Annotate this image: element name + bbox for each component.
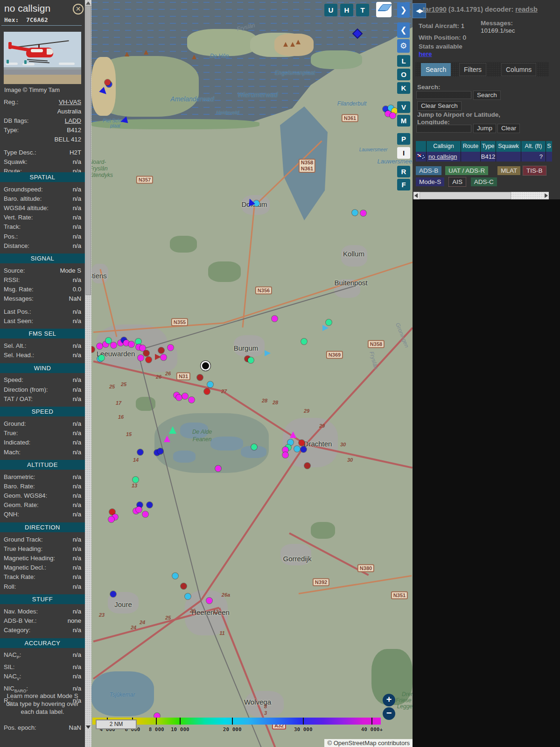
aircraft-marker[interactable] <box>142 511 148 517</box>
column-header[interactable]: Route <box>461 141 480 152</box>
aircraft-marker[interactable] <box>197 374 203 381</box>
aircraft-marker[interactable] <box>189 397 195 403</box>
tab-columns[interactable]: Columns <box>501 63 536 76</box>
zoom-out-button[interactable]: − <box>383 707 395 720</box>
tab-filters[interactable]: Filters <box>459 63 486 76</box>
aircraft-marker[interactable] <box>172 573 178 579</box>
aircraft-marker[interactable] <box>294 446 300 452</box>
jump-input[interactable] <box>416 125 471 133</box>
selected-aircraft-marker[interactable] <box>201 361 210 371</box>
table-horizontal-scrollbar[interactable] <box>413 192 549 199</box>
aircraft-marker[interactable] <box>326 319 332 325</box>
map-button-h[interactable]: H <box>340 4 353 16</box>
aircraft-marker[interactable] <box>105 79 111 85</box>
map-toggle-i[interactable]: I <box>397 147 410 159</box>
map-toggle-l[interactable]: L <box>397 55 410 67</box>
search-button[interactable]: Search <box>473 91 501 100</box>
aircraft-marker[interactable] <box>272 316 278 322</box>
aircraft-marker[interactable] <box>206 598 212 604</box>
aircraft-marker[interactable] <box>158 347 164 353</box>
table-cell[interactable]: no callsign <box>427 152 461 162</box>
column-header[interactable]: S <box>546 141 552 152</box>
filter-chip-ads-c[interactable]: ADS-C <box>471 177 497 186</box>
aircraft-marker[interactable] <box>304 463 310 469</box>
aircraft-marker[interactable] <box>110 591 116 597</box>
aircraft-marker[interactable] <box>215 465 221 472</box>
filter-chip-mlat[interactable]: MLAT <box>497 166 520 175</box>
aircraft-marker[interactable] <box>128 341 134 347</box>
aircraft-marker[interactable] <box>137 449 143 455</box>
aircraft-marker[interactable] <box>108 516 114 522</box>
data-value-link[interactable]: LADD <box>65 117 81 125</box>
filter-chip-ais[interactable]: AIS <box>449 177 466 186</box>
aircraft-marker[interactable] <box>185 593 191 599</box>
map-toggle-f[interactable]: F <box>397 179 410 190</box>
aircraft-marker[interactable] <box>251 444 257 450</box>
aircraft-marker[interactable] <box>97 343 103 349</box>
map-gear-icon[interactable]: ⚙ <box>397 39 410 53</box>
aircraft-marker[interactable] <box>352 210 358 216</box>
map-toggle-r[interactable]: R <box>397 166 410 177</box>
clear-search-button[interactable]: Clear Search <box>417 101 462 111</box>
aircraft-marker[interactable] <box>248 357 254 363</box>
map-toggle-p[interactable]: P <box>397 133 410 145</box>
map-toggle-v[interactable]: V <box>397 101 410 113</box>
aircraft-map[interactable]: DokkumKollumBuitenpostBurgumLeeuwardenSt… <box>91 0 413 747</box>
aircraft-marker[interactable] <box>176 395 182 401</box>
map-button-u[interactable]: U <box>324 4 337 16</box>
column-header[interactable] <box>416 141 426 152</box>
aircraft-marker[interactable] <box>282 452 288 458</box>
search-input[interactable] <box>416 91 471 99</box>
aircraft-marker[interactable] <box>111 342 117 348</box>
aircraft-marker[interactable] <box>168 345 174 351</box>
aircraft-marker[interactable] <box>181 583 187 589</box>
scroll-right-icon[interactable] <box>545 193 548 198</box>
sidebar-scrollbar-thumb[interactable] <box>85 6 91 295</box>
aircraft-marker[interactable] <box>301 338 307 345</box>
zoom-in-button[interactable]: + <box>383 694 395 706</box>
aircraft-marker[interactable] <box>105 338 112 344</box>
aircraft-marker-triangle[interactable] <box>322 325 329 331</box>
aircraft-marker[interactable] <box>390 113 396 119</box>
aircraft-marker[interactable] <box>299 440 305 446</box>
stats-here-link[interactable]: here <box>419 50 432 57</box>
sidebar-scrollbar[interactable] <box>85 0 91 747</box>
column-header[interactable]: Callsign <box>427 141 461 152</box>
layers-icon[interactable] <box>376 2 392 17</box>
clear-button[interactable]: Clear <box>497 124 520 133</box>
data-value-link[interactable]: VH-VAS <box>59 98 81 106</box>
tab-search[interactable]: Search <box>421 63 451 76</box>
column-header[interactable]: Squawk <box>496 141 521 152</box>
aircraft-marker[interactable] <box>301 446 307 452</box>
tar1090-link[interactable]: tar1090 <box>423 6 447 13</box>
aircraft-marker[interactable] <box>147 502 153 508</box>
aircraft-marker[interactable] <box>140 345 146 351</box>
filter-chip-tis-b[interactable]: TIS-B <box>523 166 546 175</box>
aircraft-marker[interactable] <box>91 346 95 352</box>
jump-button[interactable]: Jump <box>473 124 496 133</box>
map-toggle-o[interactable]: O <box>397 69 410 80</box>
scroll-up-icon[interactable] <box>86 1 91 5</box>
filter-chip-ads-b[interactable]: ADS-B <box>416 166 441 175</box>
aircraft-marker[interactable] <box>161 354 167 360</box>
map-collapse-left-icon[interactable]: ❮ <box>397 22 410 38</box>
aircraft-marker[interactable] <box>138 355 144 361</box>
aircraft-marker[interactable] <box>136 507 142 513</box>
map-expand-right-icon[interactable]: ❯ <box>397 2 410 18</box>
scroll-down-icon[interactable] <box>86 726 91 729</box>
openstreetmap-link[interactable]: OpenStreetMap <box>334 740 377 747</box>
map-toggle-m[interactable]: M <box>397 115 410 127</box>
aircraft-marker[interactable] <box>207 381 213 388</box>
column-header[interactable]: Alt. (ft) <box>521 141 546 152</box>
aircraft-marker[interactable] <box>133 477 139 483</box>
aircraft-marker[interactable] <box>135 338 141 345</box>
column-header[interactable]: Type <box>481 141 496 152</box>
map-toggle-k[interactable]: K <box>397 82 410 94</box>
aircraft-marker-triangle[interactable] <box>265 350 271 356</box>
filter-chip-mode-s[interactable]: Mode-S <box>416 177 444 186</box>
aircraft-marker[interactable] <box>98 355 105 361</box>
aircraft-marker[interactable] <box>157 448 163 454</box>
aircraft-marker[interactable] <box>143 350 149 356</box>
map-button-t[interactable]: T <box>356 4 369 16</box>
close-icon[interactable]: ✕ <box>73 4 84 14</box>
